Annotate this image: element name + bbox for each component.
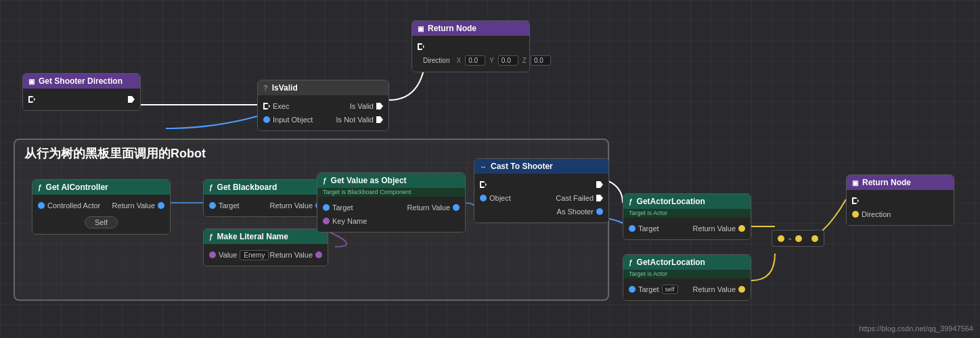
get-actor-loc1-subtitle: Target is Actor — [623, 209, 751, 218]
actorloc1-return-pin — [738, 225, 745, 232]
ai-controlled-actor-pin — [38, 202, 45, 209]
cast-exec-in — [480, 181, 487, 188]
get-actor-location-2-node: ƒ GetActorLocation Target is Actor Targe… — [623, 254, 751, 301]
ai-return-value-pin — [158, 202, 164, 209]
return-node-right-header: ▣ Return Node — [847, 175, 954, 190]
actorloc2-return-pin — [738, 286, 745, 293]
isvalid-exec-in — [263, 103, 270, 110]
get-actor-location-2-title: GetActorLocation — [637, 258, 705, 267]
getval-return-pin — [453, 204, 460, 211]
direction-y-input[interactable] — [498, 55, 518, 66]
getval-target-pin — [323, 204, 330, 211]
get-shooter-direction-header: ▣ Get Shooter Direction — [23, 74, 140, 89]
return-right-exec-in — [852, 197, 859, 204]
get-blackboard-node: ƒ Get Blackboard Target Return Value — [203, 179, 328, 217]
literal-return-pin — [315, 251, 322, 258]
get-actor-location-1-node: ƒ GetActorLocation Target is Actor Targe… — [623, 193, 751, 240]
return-top-exec-pin — [418, 43, 424, 50]
get-value-as-object-header: ƒ Get Value as Object — [317, 173, 465, 188]
is-valid-node: ? IsValid Exec Is Valid Input Object Is … — [257, 80, 389, 131]
cast-to-shooter-title: Cast To Shooter — [491, 162, 553, 171]
self-button[interactable]: Self — [85, 216, 118, 228]
return-right-direction-pin — [852, 211, 859, 218]
get-blackboard-title: Get Blackboard — [217, 183, 277, 192]
direction-x-input[interactable] — [465, 55, 485, 66]
make-literal-name-node: ƒ Make Literal Name Value Enemy Return V… — [203, 228, 328, 266]
isvalid-not-valid-pin — [376, 116, 383, 123]
cast-exec-out — [596, 181, 603, 188]
get-value-as-object-title: Get Value as Object — [331, 176, 407, 185]
shooter-dir-exec-in — [28, 96, 35, 103]
cast-as-shooter-pin — [596, 208, 603, 215]
literal-value-box[interactable]: Enemy — [240, 250, 269, 260]
subtract-out — [811, 235, 818, 242]
get-blackboard-header: ƒ Get Blackboard — [204, 180, 328, 195]
subtract-in1 — [778, 235, 784, 242]
get-ai-controller-header: ƒ Get AIController — [32, 180, 170, 195]
blackboard-target-pin — [209, 202, 216, 209]
cast-to-shooter-node: ↔ Cast To Shooter Object Cast Failed As … — [474, 158, 609, 223]
get-actor-location-1-header: ƒ GetActorLocation — [623, 194, 751, 209]
cast-to-shooter-header: ↔ Cast To Shooter — [474, 159, 608, 174]
group-box-title: 从行为树的黑板里面调用的Robot — [24, 145, 206, 162]
get-value-as-object-node: ƒ Get Value as Object Target is Blackboa… — [317, 172, 466, 233]
get-ai-controller-title: Get AIController — [46, 183, 108, 192]
get-actor-location-1-title: GetActorLocation — [637, 197, 705, 206]
make-literal-name-header: ƒ Make Literal Name — [204, 229, 328, 244]
isvalid-input-obj-pin — [263, 116, 270, 123]
make-literal-name-title: Make Literal Name — [217, 232, 288, 241]
literal-value-pin — [209, 251, 216, 258]
actorloc2-target-pin — [629, 286, 636, 293]
get-value-subtitle: Target is Blackboard Component — [317, 188, 465, 197]
direction-z-input[interactable] — [531, 55, 551, 66]
return-node-top: ▣ Return Node Direction X Y Z — [411, 20, 530, 72]
getval-keyname-pin — [323, 218, 330, 224]
get-actor-loc2-subtitle: Target is Actor — [623, 270, 751, 279]
actorloc2-self-box[interactable]: self — [662, 285, 678, 294]
subtract-node: - — [772, 230, 824, 247]
cast-failed-pin — [596, 195, 603, 201]
get-shooter-direction-node: ▣ Get Shooter Direction — [22, 73, 141, 111]
get-ai-controller-node: ƒ Get AIController Controlled Actor Retu… — [32, 179, 171, 235]
isvalid-is-valid-pin — [376, 103, 383, 110]
is-valid-title: IsValid — [272, 83, 298, 93]
subtract-in2 — [795, 235, 802, 242]
return-node-top-header: ▣ Return Node — [412, 21, 529, 36]
is-valid-header: ? IsValid — [258, 80, 388, 95]
watermark: https://blog.csdn.net/qq_39947564 — [859, 324, 973, 333]
actorloc1-target-pin — [629, 225, 636, 232]
cast-object-pin — [480, 195, 487, 201]
return-node-right: ▣ Return Node Direction — [846, 174, 954, 226]
get-actor-location-2-header: ƒ GetActorLocation — [623, 255, 751, 270]
shooter-dir-exec-out — [128, 96, 135, 103]
